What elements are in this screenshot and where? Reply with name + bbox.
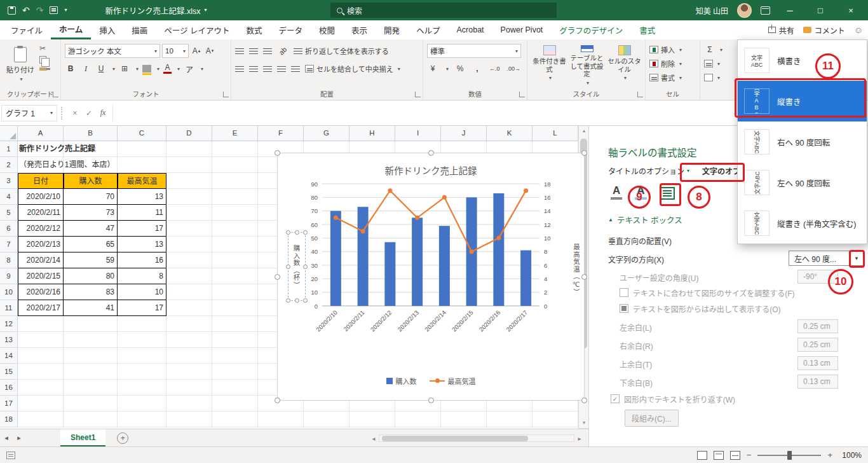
cell-D3[interactable]	[166, 173, 212, 189]
ribbon-tab-ページ レイアウト[interactable]: ページ レイアウト	[156, 20, 238, 39]
chevron-down-icon[interactable]: ▾	[201, 66, 203, 72]
paste-button[interactable]: 貼り付け ▾	[4, 43, 37, 86]
bar-2020/2/10[interactable]	[330, 211, 341, 306]
zoom-in-button[interactable]: +	[827, 450, 832, 460]
comma-style-icon[interactable]: ,	[471, 62, 483, 75]
menu-item-右へ 90 度回転[interactable]: 文字ABC右へ 90 度回転	[738, 121, 867, 162]
cell-D12[interactable]	[166, 316, 212, 332]
clipboard-dialog-launcher[interactable]	[53, 92, 58, 97]
cell-A18[interactable]	[18, 411, 64, 427]
ribbon-tab-開発[interactable]: 開発	[376, 20, 408, 39]
align-bottom-icon[interactable]	[263, 48, 272, 55]
cell-B3[interactable]: 購入数	[64, 173, 118, 189]
clear-button[interactable]: ▾	[704, 71, 735, 85]
chart-handle[interactable]	[275, 397, 280, 403]
insert-cells-button[interactable]: 挿入 ▾	[649, 43, 697, 57]
ribbon-tab-ヘルプ[interactable]: ヘルプ	[408, 20, 449, 39]
cell-D9[interactable]	[166, 268, 212, 284]
cell-D16[interactable]	[166, 380, 212, 396]
copy-icon[interactable]	[39, 56, 46, 64]
feedback-smiley-icon[interactable]: ☺	[854, 25, 863, 34]
chevron-down-icon[interactable]: ▾	[446, 66, 449, 72]
ribbon-tab-Acrobat[interactable]: Acrobat	[449, 20, 492, 39]
cell-E7[interactable]	[212, 237, 258, 252]
column-header-B[interactable]: B	[64, 126, 118, 141]
cell-A2[interactable]: （発売日より1週間、本店）	[18, 157, 64, 173]
cell-E10[interactable]	[212, 284, 258, 300]
align-top-icon[interactable]	[235, 48, 244, 55]
zoom-out-button[interactable]: −	[747, 450, 752, 460]
cell-A16[interactable]	[18, 380, 64, 396]
avatar[interactable]	[737, 3, 752, 18]
row-header-9[interactable]: 9	[0, 268, 18, 284]
column-header-L[interactable]: L	[532, 126, 578, 141]
currency-format-icon[interactable]: ¥	[427, 62, 438, 75]
menu-item-横書き[interactable]: 文字ABC横書き	[738, 40, 867, 81]
row-header-5[interactable]: 5	[0, 205, 18, 221]
share-button[interactable]: 共有	[768, 25, 794, 36]
insert-function-icon[interactable]: fx	[96, 108, 110, 118]
select-all-corner[interactable]	[0, 126, 18, 141]
formula-bar-grip[interactable]	[61, 107, 64, 120]
bar-2020/2/16[interactable]	[493, 193, 504, 306]
cell-C10[interactable]: 10	[118, 284, 166, 300]
cell-B7[interactable]: 65	[64, 237, 118, 252]
zoom-level[interactable]: 100%	[839, 451, 862, 460]
column-header-A[interactable]: A	[18, 126, 64, 141]
cell-C14[interactable]	[118, 348, 166, 364]
cell-styles-button[interactable]: セルのスタイル ▾	[606, 43, 642, 86]
bar-2020/2/13[interactable]	[412, 218, 423, 306]
cell-E13[interactable]	[212, 332, 258, 348]
left-axis-title[interactable]: 購入数（杯）	[292, 245, 302, 289]
cell-C5[interactable]: 11	[118, 205, 166, 221]
enter-icon[interactable]: ✓	[82, 109, 96, 118]
bar-2020/2/14[interactable]	[439, 226, 450, 306]
right-axis-title[interactable]: 最高気温（℃）	[572, 244, 581, 296]
chart-handle[interactable]	[581, 274, 587, 280]
text-direction-dropdown-arrow[interactable]: ▼	[850, 256, 863, 261]
ribbon-tab-データ[interactable]: データ	[270, 20, 311, 39]
chart-handle[interactable]	[428, 150, 434, 156]
format-cells-button[interactable]: 書式 ▾	[649, 71, 697, 85]
underline-button[interactable]: U	[95, 62, 107, 75]
new-sheet-button[interactable]: +	[117, 432, 128, 444]
italic-button[interactable]: I	[80, 62, 92, 75]
cell-C11[interactable]: 17	[118, 300, 166, 316]
section-textbox[interactable]: ▲ テキスト ボックス	[608, 214, 682, 226]
row-header-13[interactable]: 13	[0, 332, 18, 348]
font-color-icon[interactable]: A	[163, 64, 172, 74]
menu-item-縦書き[interactable]: 文字ABC縦書き	[738, 81, 867, 121]
sheet-tab-sheet1[interactable]: Sheet1	[60, 429, 105, 446]
scroll-left-icon[interactable]: ◂	[369, 435, 379, 442]
cell-A17[interactable]	[18, 396, 64, 411]
cell-B5[interactable]: 73	[64, 205, 118, 221]
line-marker-2020/2/11[interactable]	[361, 229, 365, 233]
cell-A15[interactable]	[18, 364, 64, 380]
cell-J18[interactable]	[441, 411, 487, 427]
row-header-6[interactable]: 6	[0, 221, 18, 237]
cell-B13[interactable]	[64, 332, 118, 348]
row-header-15[interactable]: 15	[0, 364, 18, 380]
chart-handle[interactable]	[428, 397, 434, 403]
cell-A1[interactable]: 新作ドリンク売上記録	[18, 141, 64, 157]
cell-A13[interactable]	[18, 332, 64, 348]
column-header-J[interactable]: J	[441, 126, 487, 141]
styles-dialog-launcher[interactable]	[637, 92, 643, 97]
line-marker-2020/2/17[interactable]	[524, 188, 528, 193]
row-header-18[interactable]: 18	[0, 411, 18, 427]
cell-E3[interactable]	[212, 173, 258, 189]
decrease-font-size-button[interactable]: A▾	[204, 45, 215, 57]
bar-2020/2/17[interactable]	[520, 251, 531, 306]
cell-B14[interactable]	[64, 348, 118, 364]
search-box[interactable]: 検索	[330, 3, 557, 18]
ribbon-tab-ホーム[interactable]: ホーム	[51, 20, 91, 39]
row-header-10[interactable]: 10	[0, 284, 18, 300]
font-dialog-launcher[interactable]	[223, 92, 229, 97]
cell-B4[interactable]: 70	[64, 189, 118, 205]
cell-D1[interactable]	[166, 141, 212, 157]
cell-L18[interactable]	[532, 411, 578, 427]
decrease-decimal-icon[interactable]: .00→	[506, 62, 522, 75]
cell-A5[interactable]: 2020/2/11	[18, 205, 64, 221]
textbox-icon[interactable]	[660, 187, 675, 200]
font-name-combo[interactable]: 游ゴシック 本文 ▾	[65, 44, 160, 58]
